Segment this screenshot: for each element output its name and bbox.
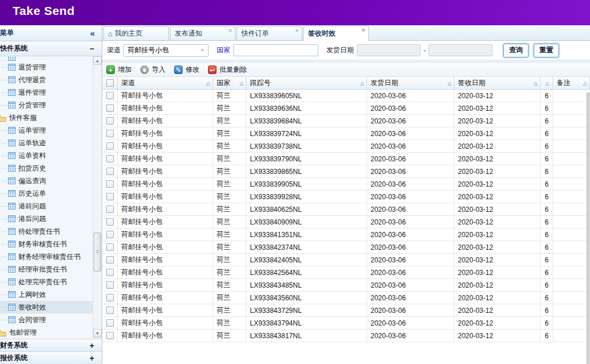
sidebar-menu-item[interactable]: 待处理责任书 [0,225,92,238]
row-checkbox[interactable] [106,294,114,301]
close-icon[interactable]: × [362,26,365,33]
table-row[interactable]: 荷邮挂号小包 荷兰 LX933840625NL 2020-03-06 2020-… [102,203,590,216]
row-checkbox[interactable] [106,142,114,150]
expand-section-icon[interactable]: + [90,354,94,363]
main-scrollbar[interactable] [587,92,590,364]
column-header[interactable]: 渠道 △ [118,77,213,89]
scroll-down-icon[interactable]: ▼ [93,329,102,338]
sidebar-menu-item[interactable]: 快件客服 [0,111,92,124]
tab[interactable]: 签收时效 × [303,26,369,41]
column-header[interactable]: 发货日期 △ [367,77,454,89]
row-checkbox[interactable] [106,231,114,238]
row-checkbox[interactable] [106,168,114,175]
search-button[interactable]: 查询 [503,44,529,57]
table-row[interactable]: 荷邮挂号小包 荷兰 LX933839865NL 2020-03-06 2020-… [102,165,590,178]
reset-button[interactable]: 重置 [534,44,559,57]
row-checkbox[interactable] [106,206,114,213]
sidebar-menu-item[interactable]: 上网时效 [0,288,92,301]
row-checkbox[interactable] [106,319,114,327]
sort-icon[interactable]: △ [240,80,244,86]
row-checkbox[interactable] [106,218,114,226]
tab[interactable]: 快件订单 × [237,26,302,40]
table-row[interactable]: 荷邮挂号小包 荷兰 LX933839724NL 2020-03-06 2020-… [102,127,590,140]
row-checkbox[interactable] [106,243,114,251]
row-checkbox[interactable] [106,130,114,137]
sidebar-menu-item[interactable]: 运单轨迹 [0,137,92,149]
table-row[interactable]: 荷邮挂号小包 荷兰 LX933843729NL 2020-03-06 2020-… [102,304,590,317]
table-row[interactable]: 荷邮挂号小包 荷兰 LX933842374NL 2020-03-06 2020-… [102,241,590,254]
channel-select[interactable]: 荷邮挂号小包 ▼ [124,44,209,57]
table-row[interactable]: 荷邮挂号小包 荷兰 LX933843817NL 2020-03-06 2020-… [102,330,590,342]
sidebar-menu-item[interactable]: 运单管理 [0,124,92,137]
table-row[interactable]: 荷邮挂号小包 荷兰 LX933843485NL 2020-03-06 2020-… [102,279,590,292]
table-row[interactable]: 荷邮挂号小包 荷兰 LX933843560NL 2020-03-06 2020-… [102,292,590,304]
sidebar-menu-item[interactable]: 港后问题 [0,212,92,225]
sidebar-menu-item[interactable]: 分货管理 [0,99,92,111]
scroll-up-icon[interactable]: ▲ [93,56,102,65]
collapse-section-icon[interactable]: − [90,44,94,53]
close-icon[interactable]: × [295,27,299,34]
table-row[interactable]: 荷邮挂号小包 荷兰 LX933839684NL 2020-03-06 2020-… [102,115,590,127]
expand-section-icon[interactable]: + [90,341,94,350]
sidebar-collapse-icon[interactable]: « [90,28,95,38]
sidebar-menu-item[interactable]: 偏远查询 [0,175,92,187]
row-checkbox[interactable] [106,104,114,112]
sidebar-menu-item[interactable]: 签收时效 [0,301,92,313]
sidebar-menu-item[interactable]: 历史运单 [0,187,92,200]
row-checkbox[interactable] [106,332,114,339]
sidebar-menu-item[interactable]: 包邮管理 [0,326,92,339]
country-input[interactable] [233,44,318,56]
table-row[interactable]: 荷邮挂号小包 荷兰 LX933842405NL 2020-03-06 2020-… [102,254,590,266]
table-row[interactable]: 荷邮挂号小包 荷兰 LX933839738NL 2020-03-06 2020-… [102,140,590,153]
close-icon[interactable]: × [229,27,232,34]
row-checkbox[interactable] [106,155,114,162]
sidebar-menu-item[interactable]: 财务经理审核责任书 [0,250,92,263]
column-header[interactable]: △ [541,77,553,89]
select-all-checkbox[interactable] [106,79,114,87]
row-checkbox[interactable] [106,307,114,314]
column-header[interactable]: 跟踪号 △ [246,77,367,89]
row-checkbox[interactable] [106,281,114,289]
sidebar-menu-item[interactable] [0,56,92,61]
tab[interactable]: ⌂ 我的主页 [103,26,169,40]
table-row[interactable]: 荷邮挂号小包 荷兰 LX933839790NL 2020-03-06 2020-… [102,153,590,165]
sidebar-menu-item[interactable]: 退件管理 [0,86,92,99]
column-header[interactable]: 备注 △ [553,77,590,89]
sort-icon[interactable]: △ [534,80,538,86]
table-row[interactable]: 荷邮挂号小包 荷兰 LX933839905NL 2020-03-06 2020-… [102,178,590,191]
table-row[interactable]: 荷邮挂号小包 荷兰 LX933843794NL 2020-03-06 2020-… [102,317,590,330]
sidebar-menu-item[interactable]: 经理审批责任书 [0,263,92,276]
table-row[interactable]: 荷邮挂号小包 荷兰 LX933841351NL 2020-03-06 2020-… [102,229,590,241]
sidebar-menu-item[interactable]: 扣货历史 [0,162,92,175]
sort-icon[interactable]: △ [545,80,549,86]
table-row[interactable]: 荷邮挂号小包 荷兰 LX933839605NL 2020-03-06 2020-… [102,90,590,102]
toolbar-button[interactable]: ↩ 批量删除 [208,65,247,75]
date-from-input[interactable] [357,44,421,56]
sidebar-menu-item[interactable]: 财务审核责任书 [0,238,92,250]
column-header[interactable]: 签收日期 △ [454,77,541,89]
row-checkbox[interactable] [106,269,114,276]
sidebar-scrollbar-thumb[interactable] [94,233,101,272]
sidebar-menu-item[interactable]: 代理退货 [0,73,92,86]
row-checkbox[interactable] [106,256,114,264]
table-row[interactable]: 荷邮挂号小包 荷兰 LX933839928NL 2020-03-06 2020-… [102,191,590,203]
sidebar-menu-item[interactable]: 运单资料 [0,149,92,162]
table-row[interactable]: 荷邮挂号小包 荷兰 LX933839636NL 2020-03-06 2020-… [102,102,590,115]
row-checkbox[interactable] [106,180,114,188]
sidebar-menu-item[interactable]: 退货管理 [0,61,92,73]
tab[interactable]: 发布通知 × [170,26,236,40]
sidebar-scrollbar[interactable]: ▲ ▼ [92,56,102,338]
sort-icon[interactable]: △ [448,80,452,86]
table-row[interactable]: 荷邮挂号小包 荷兰 LX933840909NL 2020-03-06 2020-… [102,216,590,229]
row-checkbox[interactable] [106,193,114,200]
sort-icon[interactable]: △ [360,80,364,86]
table-row[interactable]: 荷邮挂号小包 荷兰 LX933842564NL 2020-03-06 2020-… [102,266,590,279]
sidebar-menu-item[interactable]: 处理完毕责任书 [0,276,92,288]
sidebar-menu-item[interactable]: 港前问题 [0,200,92,212]
sidebar-section-collapsed[interactable]: 财务系统 + [0,339,102,351]
sidebar-section-collapsed[interactable]: 报价系统 + [0,351,102,364]
toolbar-button[interactable]: ∗ 导入 [140,65,165,75]
sort-icon[interactable]: △ [583,80,587,86]
row-checkbox[interactable] [106,117,114,125]
sort-icon[interactable]: △ [206,80,210,86]
